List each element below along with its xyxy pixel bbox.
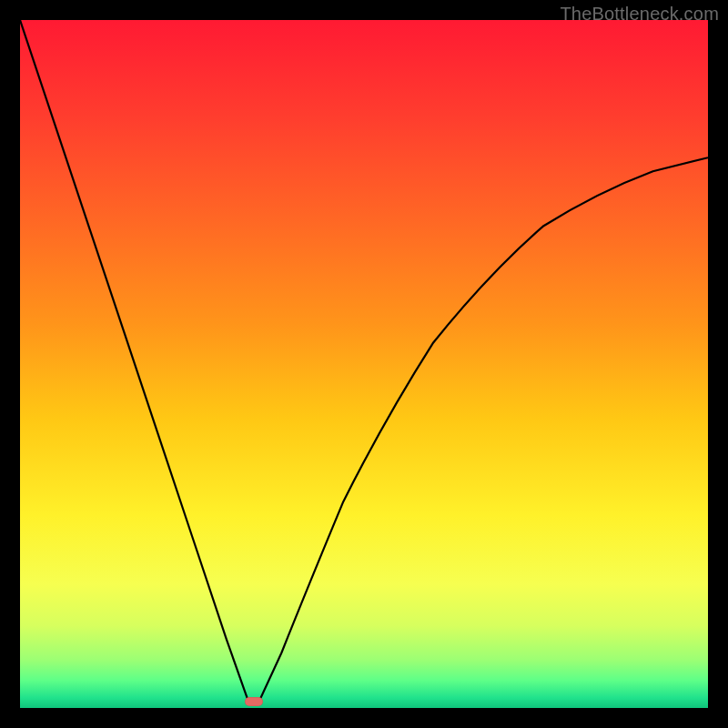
bottleneck-curve bbox=[20, 20, 708, 708]
chart-frame: TheBottleneck.com bbox=[0, 0, 728, 728]
bottleneck-marker bbox=[245, 697, 263, 706]
curve-path bbox=[20, 20, 708, 701]
chart-plot-area bbox=[20, 20, 708, 708]
watermark-text: TheBottleneck.com bbox=[560, 4, 719, 25]
